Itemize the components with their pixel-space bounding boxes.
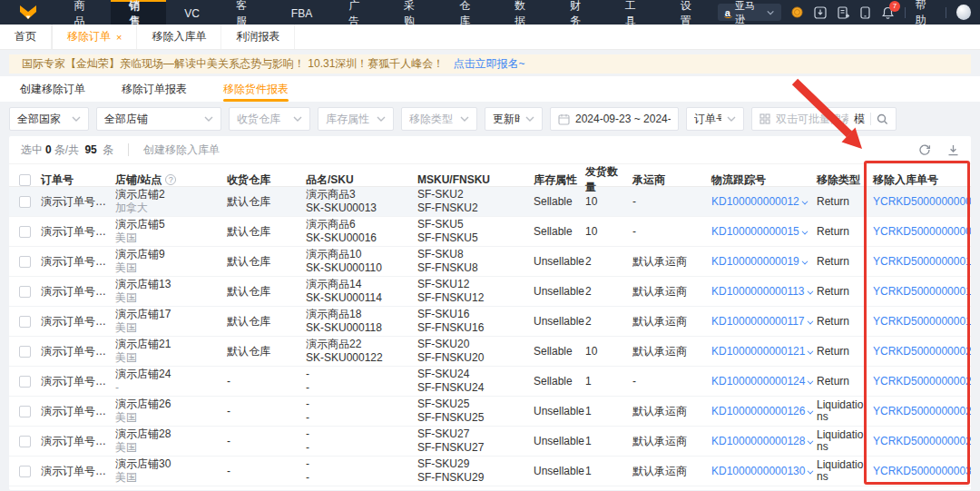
subtab-创建移除订单[interactable]: 创建移除订单 (20, 76, 85, 102)
tracking-link[interactable]: KD1000000000126 (711, 405, 814, 417)
chevron-down-icon[interactable] (802, 228, 808, 234)
download-icon[interactable] (947, 144, 959, 156)
inbound-order-link[interactable]: YCRKD50000000004 (873, 195, 971, 208)
app-logo-icon[interactable] (0, 0, 55, 25)
tracking-link[interactable]: KD1000000000117 (711, 315, 814, 328)
nav-item-设置[interactable]: 设置 (662, 0, 718, 25)
tracking-link[interactable]: KD1000000000128 (711, 435, 814, 447)
row-checkbox[interactable] (19, 406, 31, 417)
inbound-order-link[interactable]: YCRKD50000000024 (873, 375, 971, 388)
chevron-down-icon[interactable] (808, 378, 814, 384)
chevron-down-icon[interactable] (808, 408, 814, 414)
batch-search-input[interactable]: 模 (751, 107, 897, 131)
row-checkbox[interactable] (19, 346, 31, 358)
document-add-icon[interactable] (837, 5, 849, 19)
tracking-link[interactable]: KD1000000000124 (711, 375, 814, 388)
removal-type-filter[interactable]: 移除类型 (401, 107, 477, 131)
inbound-order-link[interactable]: YCRKD50000000030 (873, 465, 971, 477)
page-tab-移除订单[interactable]: 移除订单× (52, 25, 137, 49)
create-inbound-button[interactable]: 创建移除入库单 (143, 142, 220, 158)
page-tab-label: 利润报表 (236, 29, 279, 44)
nav-item-VC[interactable]: VC (166, 0, 218, 25)
inbound-order-link[interactable]: YCRKD50000000015 (873, 285, 971, 298)
tracking-link[interactable]: KD100000000019 (711, 255, 808, 268)
chevron-down-icon[interactable] (808, 348, 814, 354)
subtab-移除货件报表[interactable]: 移除货件报表 (223, 76, 289, 102)
fuzzy-label[interactable]: 模 (854, 112, 865, 127)
country-filter[interactable]: 全部国家 (9, 107, 89, 131)
select-all-checkbox[interactable] (19, 174, 31, 186)
tracking-link[interactable]: KD100000000015 (711, 225, 808, 238)
nav-item-客服[interactable]: 客服 (218, 0, 273, 25)
chevron-down-icon[interactable] (802, 258, 808, 264)
tracking-link[interactable]: KD1000000000121 (711, 345, 814, 358)
row-checkbox[interactable] (19, 256, 31, 268)
nav-item-FBA[interactable]: FBA (273, 0, 330, 25)
row-checkbox[interactable] (19, 376, 31, 388)
nav-item-工具[interactable]: 工具 (607, 0, 662, 25)
row-checkbox[interactable] (19, 436, 31, 447)
nav-item-销售[interactable]: 销售 (111, 0, 166, 25)
stock-attr-filter[interactable]: 库存属性 (318, 107, 394, 131)
page-tab-首页[interactable]: 首页 (0, 25, 52, 49)
page-tab-利润报表[interactable]: 利润报表 (221, 25, 295, 49)
mobile-icon[interactable] (859, 5, 872, 19)
inbound-order-link[interactable]: YCRKD50000000026 (873, 405, 971, 417)
page-tab-移除入库单[interactable]: 移除入库单 (137, 25, 221, 49)
row-checkbox-cell (9, 376, 41, 388)
chevron-down-icon[interactable] (808, 288, 814, 294)
date-range-picker[interactable]: 2024-09-23 ~ 2024-10-22 (550, 107, 679, 131)
subtab-移除订单报表[interactable]: 移除订单报表 (122, 76, 187, 102)
nav-item-商品[interactable]: 商品 (55, 0, 111, 25)
cell-carrier: - (632, 195, 711, 209)
warehouse-filter[interactable]: 收货仓库 (229, 107, 310, 131)
platform-selector[interactable]: a 亚马逊 (718, 4, 781, 21)
grid-icon[interactable] (760, 113, 770, 124)
inbound-order-link[interactable]: YCRKD50000000011 (873, 255, 971, 268)
fnsku: SF-FNSKU24 (417, 381, 528, 395)
bell-icon[interactable]: 7 (882, 5, 895, 19)
nav-item-仓库[interactable]: 仓库 (441, 0, 496, 25)
refresh-icon[interactable] (918, 143, 931, 156)
search-field-select[interactable]: 订单号 (686, 107, 744, 131)
row-checkbox[interactable] (19, 286, 31, 298)
cell-product: -- (306, 427, 417, 455)
chevron-down-icon[interactable] (802, 198, 808, 204)
table-card: 选中0条/共 95 条 创建移除入库单 订单号店铺/站点?收货仓库品名/SKUM… (9, 136, 971, 490)
download-square-icon[interactable] (814, 5, 827, 19)
magnifier-icon[interactable] (877, 113, 888, 125)
inbound-order-link[interactable]: YCRKD50000000023 (873, 345, 971, 358)
inbound-order-link[interactable]: YCRKD50000000019 (873, 315, 971, 328)
cell-product: 演示商品3SK-SKU00013 (306, 188, 417, 215)
tracking-link[interactable]: KD1000000000130 (711, 465, 814, 477)
row-checkbox[interactable] (19, 226, 31, 238)
cell-removal-type: Return (817, 256, 873, 268)
row-checkbox[interactable] (19, 316, 31, 328)
chevron-down-icon[interactable] (808, 467, 814, 474)
tracking-link[interactable]: KD1000000000113 (711, 285, 814, 298)
question-circle-icon[interactable]: ? (165, 174, 176, 185)
row-checkbox[interactable] (19, 196, 31, 208)
nav-item-采购[interactable]: 采购 (386, 0, 441, 25)
selected-count: 0 (45, 143, 52, 156)
nav-item-广告[interactable]: 广告 (330, 0, 386, 25)
page-tab-label: 移除订单 (67, 29, 111, 44)
batch-search-input[interactable] (776, 113, 848, 125)
help-link[interactable]: 帮助 (916, 0, 936, 28)
nav-item-数据[interactable]: 数据 (496, 0, 552, 25)
coin-icon[interactable] (791, 5, 804, 19)
notice-signup-link[interactable]: 点击立即报名~ (453, 56, 524, 72)
user-avatar[interactable] (956, 5, 971, 20)
divider (905, 7, 906, 18)
inbound-order-link[interactable]: YCRKD50000000028 (873, 435, 971, 447)
chevron-down-icon[interactable] (808, 437, 814, 444)
time-field-select[interactable]: 更新时间 (485, 107, 543, 131)
inbound-order-link[interactable]: YCRKD50000000007 (873, 225, 971, 238)
cell-stock-attr: Sellable (534, 345, 585, 358)
chevron-down-icon[interactable] (808, 318, 814, 324)
nav-item-财务[interactable]: 财务 (552, 0, 607, 25)
close-icon[interactable]: × (116, 32, 122, 43)
row-checkbox[interactable] (19, 466, 31, 477)
shop-filter[interactable]: 全部店铺 (96, 107, 221, 131)
tracking-link[interactable]: KD100000000012 (711, 195, 808, 208)
